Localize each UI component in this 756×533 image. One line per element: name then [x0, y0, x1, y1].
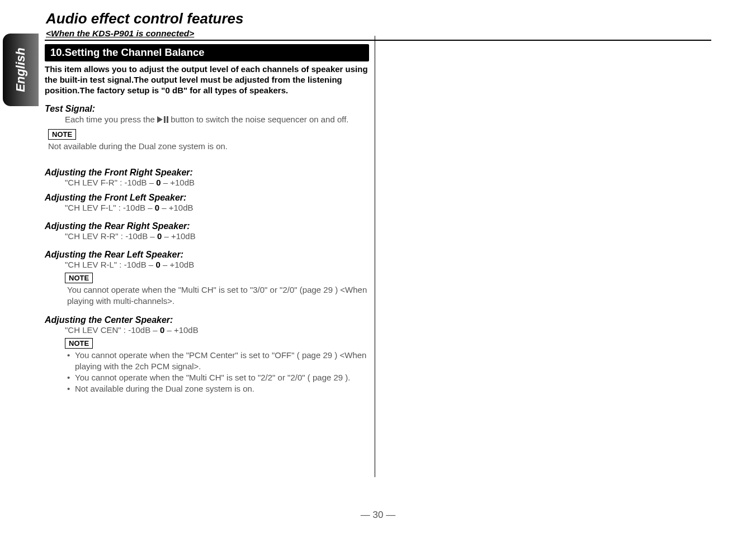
play-pause-icon: [157, 115, 168, 126]
fr-zero: 0: [156, 178, 160, 187]
fr-range: "CH LEV F-R" : -10dB – 0 – +10dB: [65, 178, 369, 187]
note-label: NOTE: [65, 338, 93, 349]
page-subtitle: <When the KDS-P901 is connected>: [46, 28, 711, 39]
test-signal-heading: Test Signal:: [45, 104, 369, 114]
bullet-text: You cannot operate when the "PCM Center"…: [75, 350, 369, 373]
divider: [45, 40, 711, 41]
fl-zero: 0: [155, 203, 159, 212]
note-label: NOTE: [65, 273, 93, 283]
rl-prefix: "CH LEV R-L" : -10dB –: [65, 260, 155, 269]
bullet-text: You cannot operate when the "Multi CH" i…: [75, 372, 351, 383]
page-title: Audio effect control features: [46, 10, 711, 27]
intro-text: This item allows you to adjust the outpu…: [45, 64, 369, 96]
fr-heading: Adjusting the Front Right Speaker:: [45, 168, 369, 178]
svg-rect-1: [164, 116, 166, 123]
note-text: You cannot operate when the "Multi CH" i…: [67, 284, 369, 307]
cen-heading: Adjusting the Center Speaker:: [45, 315, 369, 325]
note-text: Not available during the Dual zone syste…: [48, 141, 369, 152]
rr-heading: Adjusting the Rear Right Speaker:: [45, 221, 369, 231]
svg-marker-0: [157, 116, 163, 123]
cen-bullets: •You cannot operate when the "PCM Center…: [67, 350, 369, 395]
fr-suffix: – +10dB: [161, 178, 195, 187]
cen-suffix: – +10dB: [164, 325, 198, 335]
fl-heading: Adjusting the Front Left Speaker:: [45, 193, 369, 203]
fl-range: "CH LEV F-L" : -10dB – 0 – +10dB: [65, 203, 369, 212]
column-divider: [375, 36, 375, 477]
rr-prefix: "CH LEV R-R" : -10dB –: [65, 231, 157, 241]
cen-range: "CH LEV CEN" : -10dB – 0 – +10dB: [65, 325, 369, 335]
section-heading: 10.Setting the Channel Balance: [45, 44, 369, 61]
rl-range: "CH LEV R-L" : -10dB – 0 – +10dB: [65, 260, 369, 269]
language-tab: English: [3, 34, 39, 106]
fl-prefix: "CH LEV F-L" : -10dB –: [65, 203, 155, 212]
test-signal-pre: Each time you press the: [65, 115, 157, 124]
bullet-text: Not available during the Dual zone syste…: [75, 383, 254, 394]
cen-zero: 0: [160, 325, 164, 335]
fl-suffix: – +10dB: [159, 203, 193, 212]
rr-zero: 0: [157, 231, 162, 241]
svg-rect-2: [167, 116, 168, 123]
page-number: — 30 —: [0, 510, 756, 521]
test-signal-body: Each time you press the button to switch…: [65, 114, 369, 126]
fr-prefix: "CH LEV F-R" : -10dB –: [65, 178, 156, 187]
rr-suffix: – +10dB: [162, 231, 195, 241]
test-signal-post: button to switch the noise sequencer on …: [171, 115, 348, 124]
rl-heading: Adjusting the Rear Left Speaker:: [45, 250, 369, 260]
note-label: NOTE: [48, 129, 76, 140]
cen-prefix: "CH LEV CEN" : -10dB –: [65, 325, 160, 335]
rl-suffix: – +10dB: [160, 260, 194, 269]
rr-range: "CH LEV R-R" : -10dB – 0 – +10dB: [65, 231, 369, 241]
language-label: English: [13, 47, 28, 92]
rl-zero: 0: [155, 260, 160, 269]
